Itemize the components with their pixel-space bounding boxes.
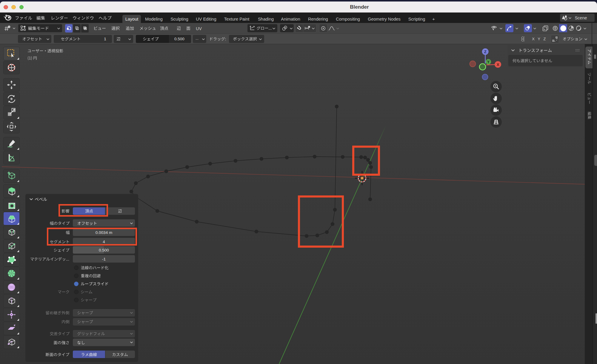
svg-text:Z: Z (484, 50, 487, 54)
svg-text:X: X (497, 62, 499, 67)
svg-text:Y: Y (487, 60, 490, 64)
